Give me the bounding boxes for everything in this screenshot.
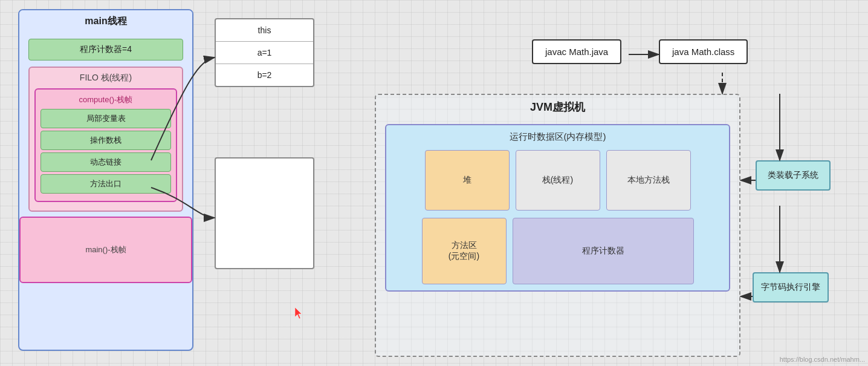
jvm-title: JVM虚拟机 <box>376 95 739 119</box>
java-class-box: java Math.class <box>659 39 748 64</box>
cell-method-area: 方法区 (元空间) <box>422 218 507 284</box>
main-thread-box: main线程 程序计数器=4 FILO 栈(线程) compute()-栈帧 局… <box>18 9 193 351</box>
cell-heap: 堆 <box>425 150 510 211</box>
stack-panel-top: this a=1 b=2 <box>215 18 314 87</box>
watermark: https://blog.csdn.net/mahm... <box>780 356 865 363</box>
bytecode-box: 字节码执行引擎 <box>753 272 829 302</box>
java-class-label: java Math.class <box>672 47 734 57</box>
cell-native-stack: 本地方法栈 <box>606 150 691 211</box>
main-frame-label: main()-栈帧 <box>85 244 126 255</box>
svg-marker-8 <box>295 307 302 319</box>
runtime-box: 运行时数据区(内存模型) 堆 栈(线程) 本地方法栈 方法区 (元空间) 程 <box>385 124 730 292</box>
frame-item-dynamic: 动态链接 <box>40 152 171 172</box>
javac-box: javac Math.java <box>532 39 621 64</box>
jvm-outer-box: JVM虚拟机 运行时数据区(内存模型) 堆 栈(线程) 本地方法栈 方法区 (元… <box>375 94 740 357</box>
runtime-grid-bottom: 方法区 (元空间) 程序计数器 <box>392 218 723 284</box>
javac-label: javac Math.java <box>545 47 608 57</box>
cell-stack: 栈(线程) <box>516 150 600 211</box>
stack-panel-bottom <box>215 157 314 269</box>
runtime-title: 运行时数据区(内存模型) <box>392 131 723 143</box>
cursor <box>295 307 305 319</box>
main-frame: main()-栈帧 <box>19 217 192 283</box>
frame-item-exit: 方法出口 <box>40 174 171 194</box>
bytecode-label: 字节码执行引擎 <box>761 282 820 292</box>
stack-item-b: b=2 <box>216 64 313 86</box>
compute-frame: compute()-栈帧 局部变量表 操作数栈 动态链接 方法出口 <box>34 88 177 202</box>
runtime-grid-top: 堆 栈(线程) 本地方法栈 <box>392 150 723 211</box>
cell-program-counter: 程序计数器 <box>513 218 694 284</box>
stack-item-this: this <box>216 19 313 42</box>
program-counter-box: 程序计数器=4 <box>28 39 183 60</box>
filo-title: FILO 栈(线程) <box>34 73 177 83</box>
class-loader-label: 类装载子系统 <box>768 170 818 180</box>
class-loader-box: 类装载子系统 <box>756 160 831 191</box>
compute-frame-title: compute()-栈帧 <box>40 94 171 105</box>
main-thread-title: main线程 <box>19 10 192 33</box>
stack-item-a: a=1 <box>216 42 313 64</box>
frame-item-local: 局部变量表 <box>40 109 171 128</box>
frame-item-operand: 操作数栈 <box>40 131 171 150</box>
filo-box: FILO 栈(线程) compute()-栈帧 局部变量表 操作数栈 动态链接 … <box>28 67 183 212</box>
